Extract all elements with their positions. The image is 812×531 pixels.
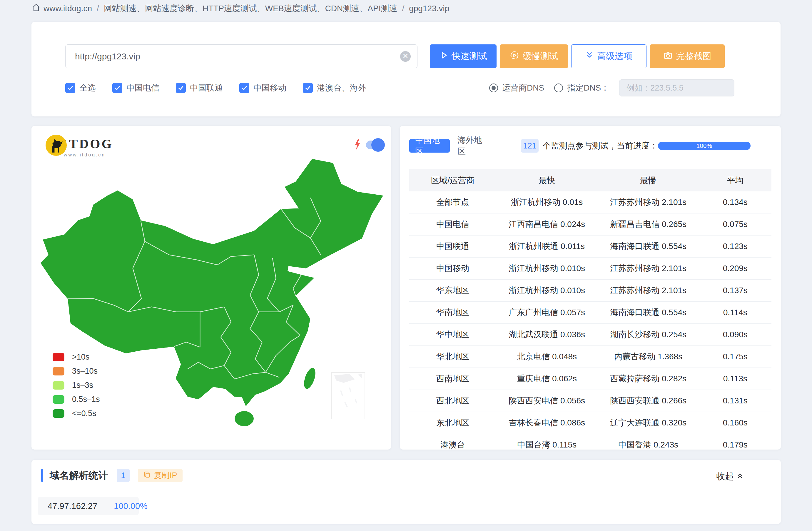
cell-region: 华南地区 [409,307,496,318]
cell-average: 0.090s [699,330,771,339]
checkbox-checked-icon [239,83,249,93]
dns-stats-title: 域名解析统计 [50,469,108,482]
slow-play-icon [510,51,519,62]
cell-fastest: 湖北武汉联通 0.036s [496,329,598,340]
radio-selected-icon [489,84,498,92]
cell-region: 华北地区 [409,351,496,362]
breadcrumb: www.itdog.cn / 网站测速、网站速度诊断、HTTP速度测试、WEB速… [32,0,449,17]
table-row[interactable]: 华东地区 浙江杭州移动 0.010s 江苏苏州移动 2.101s 0.137s [409,279,771,302]
progress-label: 100% [696,142,712,149]
table-row[interactable]: 中国联通 浙江杭州联通 0.011s 海南海口联通 0.554s 0.123s [409,235,771,258]
tab-overseas-region[interactable]: 海外地区 [458,135,486,157]
cell-region: 港澳台 [409,439,496,450]
isp-checkbox-row: 全选 中国电信 中国联通 中国移动 港澳台、海外 [65,79,366,97]
isp-checkbox[interactable]: 港澳台、海外 [303,82,366,94]
copy-ip-button[interactable]: 复制IP [138,469,183,482]
table-row[interactable]: 西南地区 重庆电信 0.062s 西藏拉萨移动 0.282s 0.113s [409,368,771,390]
url-input[interactable] [66,52,400,61]
table-row[interactable]: 华南地区 广东广州电信 0.057s 海南海口联通 0.554s 0.114s [409,302,771,324]
isp-checkbox-label: 港澳台、海外 [317,82,366,94]
cell-fastest: 吉林长春电信 0.086s [496,417,598,428]
toggle-knob[interactable] [371,138,385,152]
custom-dns-input[interactable] [619,80,735,97]
map-mode-toggle[interactable] [366,141,383,149]
cell-fastest: 陕西西安电信 0.056s [496,395,598,406]
advanced-options-button[interactable]: 高级选项 [571,44,647,68]
breadcrumb-category[interactable]: 网站测速、网站速度诊断、HTTP速度测试、WEB速度测试、CDN测速、API测速 [104,3,397,14]
map-legend: >10s 3s–10s 1s–3s 0.5s–1s <=0.5s [53,350,100,420]
cell-average: 0.160s [699,418,771,428]
isp-checkbox-label: 中国联通 [190,82,223,94]
checkbox-checked-icon [112,83,122,93]
legend-item: 3s–10s [53,364,100,378]
legend-swatch [53,409,64,418]
tab-china-region[interactable]: 中国地区 [409,139,450,153]
carrier-dns-radio[interactable]: 运营商DNS [489,82,544,94]
cell-slowest: 湖南长沙移动 0.254s [598,329,699,340]
action-buttons: 快速测试 缓慢测试 高级选项 完整截图 [430,44,725,68]
breadcrumb-home[interactable]: www.itdog.cn [32,3,92,14]
ip-percent[interactable]: 100.00% [114,501,148,511]
table-row[interactable]: 港澳台 中国台湾 0.115s 中国香港 0.243s 0.179s [409,434,771,456]
checkbox-checked-icon [65,83,75,93]
legend-swatch [53,367,64,375]
cell-average: 0.209s [699,264,771,273]
checkbox-checked-icon [176,83,186,93]
ip-record-row[interactable]: 47.97.162.27 100.00% [38,497,139,515]
camera-icon [663,51,673,62]
breadcrumb-separator: / [402,4,404,13]
col-header-average: 平均 [699,175,771,186]
table-row[interactable]: 华中地区 湖北武汉联通 0.036s 湖南长沙移动 0.254s 0.090s [409,324,771,346]
collapse-toggle[interactable]: 收起 [716,471,744,483]
isp-checkbox[interactable]: 中国电信 [112,82,159,94]
cell-fastest: 浙江杭州移动 0.010s [496,263,598,274]
legend-label: >10s [72,353,89,362]
table-row[interactable]: 东北地区 吉林长春电信 0.086s 辽宁大连联通 0.320s 0.160s [409,412,771,434]
breadcrumb-separator: / [97,4,99,13]
custom-dns-radio[interactable]: 指定DNS： [554,82,609,94]
cell-average: 0.114s [699,308,771,317]
map-toggle-group [354,139,383,151]
legend-swatch [53,395,64,404]
ip-address: 47.97.162.27 [38,501,97,511]
full-screenshot-label: 完整截图 [676,50,711,62]
col-header-fastest: 最快 [496,175,598,186]
cell-region: 全部节点 [409,197,496,208]
cell-slowest: 辽宁大连联通 0.320s [598,417,699,428]
cell-average: 0.179s [699,440,771,449]
col-header-region: 区域/运营商 [409,175,496,186]
table-row[interactable]: 全部节点 浙江杭州移动 0.01s 江苏苏州移动 2.101s 0.134s [409,191,771,214]
isp-checkbox[interactable]: 中国联通 [176,82,223,94]
isp-checkbox[interactable]: 全选 [65,82,96,94]
dns-count-badge: 1 [117,469,130,482]
double-chevron-down-icon [585,51,594,61]
isp-checkbox-label: 中国电信 [127,82,159,94]
cell-fastest: 浙江杭州移动 0.010s [496,285,598,296]
results-table: 区域/运营商 最快 最慢 平均 全部节点 浙江杭州移动 0.01s 江苏苏州移动… [409,169,771,456]
cell-slowest: 江苏苏州移动 2.101s [598,263,699,274]
url-input-wrap: ✕ [65,44,418,68]
breadcrumb-home-label[interactable]: www.itdog.cn [44,4,92,13]
clear-input-icon[interactable]: ✕ [400,51,411,62]
dns-options: 运营商DNS 指定DNS： [489,79,735,97]
cell-average: 0.075s [699,220,771,229]
table-row[interactable]: 华北地区 北京电信 0.048s 内蒙古移动 1.368s 0.175s [409,346,771,368]
cell-average: 0.113s [699,374,771,383]
table-row[interactable]: 中国移动 浙江杭州移动 0.010s 江苏苏州移动 2.101s 0.209s [409,258,771,279]
cell-fastest: 浙江杭州联通 0.011s [496,241,598,252]
full-screenshot-button[interactable]: 完整截图 [650,44,725,68]
isp-checkbox[interactable]: 中国移动 [239,82,286,94]
cell-slowest: 江苏苏州移动 2.101s [598,285,699,296]
breadcrumb-current: gpg123.vip [409,4,449,13]
fast-test-button[interactable]: 快速测试 [430,44,496,68]
table-row[interactable]: 西北地区 陕西西安电信 0.056s 陕西西安联通 0.266s 0.131s [409,390,771,412]
slow-test-button[interactable]: 缓慢测试 [500,44,568,68]
cell-average: 0.131s [699,396,771,405]
table-row[interactable]: 中国电信 江西南昌电信 0.024s 新疆昌吉电信 0.265s 0.075s [409,214,771,235]
legend-label: 0.5s–1s [72,395,100,404]
legend-item: 1s–3s [53,378,100,392]
dog-icon [46,135,67,156]
play-icon [439,51,448,62]
results-table-body: 全部节点 浙江杭州移动 0.01s 江苏苏州移动 2.101s 0.134s 中… [409,191,771,456]
cell-slowest: 西藏拉萨移动 0.282s [598,373,699,384]
